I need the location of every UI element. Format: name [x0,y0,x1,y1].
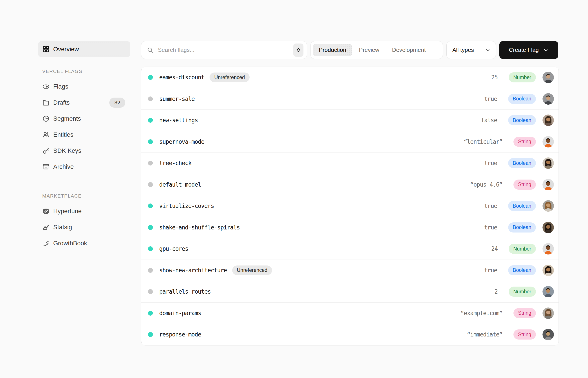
status-dot-active [148,139,153,144]
type-badge-number: Number [509,287,536,297]
sidebar-item-segments[interactable]: Segments [38,110,130,127]
status-dot-active [148,332,153,337]
sidebar-item-sdk-keys[interactable]: SDK Keys [38,143,130,159]
flag-name: virtualize-covers [159,203,214,209]
toggle-icon [42,83,50,90]
flag-row[interactable]: supernova-mode“lenticular”String [141,131,559,153]
sidebar-section-label: VERCEL FLAGS [42,68,130,74]
avatar [543,222,554,233]
type-badge-string: String [513,137,536,147]
sidebar-overview-label: Overview [53,46,79,53]
flag-row[interactable]: new-settingsfalseBoolean [141,110,559,131]
flag-row[interactable]: response-mode“immediate”String [141,324,559,345]
avatar [543,136,554,148]
create-flag-button[interactable]: Create Flag [499,41,558,59]
status-dot-active [148,246,153,251]
avatar [543,265,554,276]
type-filter-dropdown[interactable]: All types [446,41,496,59]
flag-row[interactable]: domain-params“example.com”String [141,303,559,324]
flag-value: true [484,160,497,166]
type-filter-label: All types [452,47,474,54]
growthbook-logo [42,240,50,247]
sidebar-section-label: MARKETPLACE [42,193,130,199]
main-panel: ProductionPreviewDevelopment All types C… [141,41,559,345]
tab-production[interactable]: Production [313,44,352,56]
flag-name: summer-sale [159,95,195,102]
flag-row[interactable]: summer-saletrueBoolean [141,88,559,110]
flag-row[interactable]: tree-checktrueBoolean [141,152,559,174]
search-box [141,41,307,59]
status-dot-inactive [148,96,153,101]
type-badge-string: String [513,180,536,190]
flag-value: “immediate” [467,331,503,338]
status-dot-active [148,203,153,208]
status-dot-inactive [148,161,153,165]
avatar [543,179,554,190]
type-badge-string: String [513,329,536,339]
status-dot-active [148,225,153,230]
users-icon [42,131,50,138]
flag-value: true [484,203,497,209]
flag-name: show-new-architecture [159,267,227,274]
hypertune-logo [42,207,50,215]
flag-row[interactable]: eames-discountUnreferenced25Number [141,67,559,88]
flag-row[interactable]: shake-and-shuffle-spiralstrueBoolean [141,217,559,238]
environment-tabs: ProductionPreviewDevelopment [310,41,443,59]
flag-value: 2 [495,288,498,295]
key-icon [42,147,50,154]
flag-value: “example.com” [461,310,503,316]
sidebar-item-label: Flags [53,83,68,90]
avatar [543,114,554,126]
sidebar-item-archive[interactable]: Archive [38,159,130,175]
flag-name: supernova-mode [159,138,204,145]
statsig-logo [42,224,50,231]
grid-icon [42,45,50,53]
sidebar-item-label: Statsig [53,224,72,231]
status-dot-active [148,311,153,316]
flag-row[interactable]: gpu-cores24Number [141,238,559,260]
create-flag-label: Create Flag [509,47,539,54]
sidebar-item-statsig[interactable]: Statsig [38,219,130,235]
avatar [543,200,554,212]
toolbar: ProductionPreviewDevelopment All types C… [141,41,559,59]
search-icon [147,47,154,54]
sidebar-item-flags[interactable]: Flags [38,79,130,94]
status-dot-active [148,118,153,123]
sidebar-item-entities[interactable]: Entities [38,127,130,143]
type-badge-boolean: Boolean [508,201,536,211]
flag-value: true [484,224,497,231]
sidebar-item-label: Hypertune [53,208,82,215]
type-badge-boolean: Boolean [508,158,536,168]
type-badge-string: String [513,308,536,318]
search-input[interactable] [157,46,289,54]
avatar [543,72,554,83]
chevron-down-icon [485,47,491,53]
folder-icon [42,99,50,106]
flag-row[interactable]: parallels-routes2Number [141,281,559,303]
flag-value: true [484,95,497,102]
flag-list: eames-discountUnreferenced25Numbersummer… [141,67,559,345]
sidebar-item-overview[interactable]: Overview [38,41,130,57]
archive-icon [42,163,50,171]
flag-value: false [481,117,497,123]
sidebar-item-label: Entities [53,131,73,138]
sidebar: Overview VERCEL FLAGSFlagsDrafts32Segmen… [38,41,130,251]
unreferenced-badge: Unreferenced [210,72,249,82]
type-badge-boolean: Boolean [508,115,536,125]
sidebar-item-drafts[interactable]: Drafts32 [38,94,130,110]
type-badge-boolean: Boolean [508,94,536,104]
flag-row[interactable]: virtualize-coverstrueBoolean [141,195,559,217]
avatar [543,308,554,319]
tab-development[interactable]: Development [386,44,432,56]
tab-preview[interactable]: Preview [353,44,385,56]
sidebar-item-growthbook[interactable]: GrowthBook [38,235,130,251]
sidebar-item-hypertune[interactable]: Hypertune [38,203,130,219]
flag-row[interactable]: show-new-architectureUnreferencedtrueBoo… [141,260,559,281]
flag-name: response-mode [159,331,201,338]
avatar [543,243,554,255]
flag-name: default-model [159,181,201,188]
status-dot-inactive [148,289,153,294]
flag-row[interactable]: default-model“opus-4.6”String [141,174,559,196]
sort-icon[interactable] [293,43,303,57]
flag-value: “lenticular” [464,138,503,145]
